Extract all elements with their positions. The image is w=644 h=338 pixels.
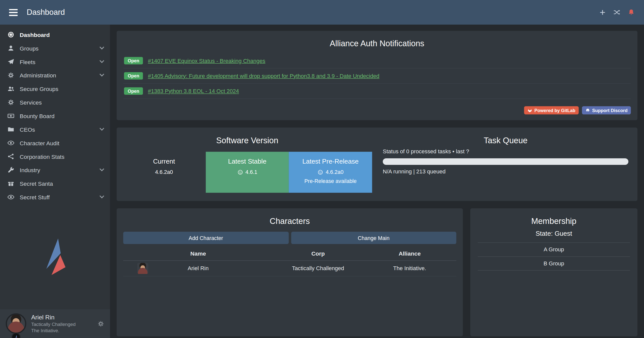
discord-badge-label: Support Discord xyxy=(592,108,628,113)
task-queue-counts: N/A running | 213 queued xyxy=(383,169,628,175)
sidebar-item-services[interactable]: Services xyxy=(0,95,110,109)
sidebar-item-label: Services xyxy=(20,99,103,106)
gitlab-badge-label: Powered by GitLab xyxy=(535,108,576,113)
sidebar-item-administration[interactable]: Administration xyxy=(0,69,110,82)
membership-panel: Membership State: Guest A GroupB Group xyxy=(470,208,637,336)
money-icon xyxy=(7,112,14,119)
version-table: Current 4.6.2a0 Latest Stable 4.6.1 xyxy=(122,152,372,193)
user-alliance: The Initiative. xyxy=(31,328,75,334)
group-row-b-group: B Group xyxy=(478,257,630,271)
gitlab-badge[interactable]: Powered by GitLab xyxy=(524,106,579,115)
notification-link[interactable]: #1405 Advisory: Future development will … xyxy=(148,73,380,79)
folder-icon xyxy=(7,126,14,133)
gitlab-icon xyxy=(527,108,533,113)
bell-icon[interactable] xyxy=(628,9,635,16)
sidebar-item-label: Corporation Stats xyxy=(20,153,103,160)
notification-link[interactable]: #1383 Python 3.8 EOL - 14 Oct 2024 xyxy=(148,88,239,94)
status-badge: Open xyxy=(124,72,143,79)
sidebar-item-label: Bounty Board xyxy=(20,113,103,119)
version-cell-stable: Latest Stable 4.6.1 xyxy=(206,152,289,193)
version-cell-note: Pre-Release available xyxy=(292,178,369,184)
notification-link[interactable]: #1407 EVE Equinox Status - Breaking Chan… xyxy=(148,58,266,64)
column-name: Name xyxy=(123,250,273,257)
sidebar-item-character-audit[interactable]: Character Audit xyxy=(0,136,110,150)
character-row: Ariel Rin Tactically Challenged The Init… xyxy=(123,261,457,276)
bottom-row: Characters Add Character Change Main Nam… xyxy=(117,208,637,336)
eye-icon xyxy=(7,139,14,147)
gift-icon xyxy=(7,180,14,187)
task-queue-title: Task Queue xyxy=(383,136,628,145)
allianceauth-owl-icon xyxy=(237,169,243,175)
add-icon[interactable]: + xyxy=(599,9,606,16)
status-badge: Open xyxy=(124,57,143,64)
task-queue-section: Task Queue Status of 0 processed tasks •… xyxy=(377,128,637,201)
sidebar-menu: Dashboard Groups Fleets Administration S… xyxy=(0,28,110,204)
sidebar-item-label: Industry xyxy=(20,167,100,173)
sidebar-item-fleets[interactable]: Fleets xyxy=(0,55,110,69)
discord-icon xyxy=(585,108,590,113)
version-cell-title: Latest Pre-Release xyxy=(292,158,369,165)
navbar-actions: + xyxy=(599,9,635,16)
notification-row: Open #1405 Advisory: Future development … xyxy=(123,69,631,84)
change-main-button[interactable]: Change Main xyxy=(291,232,456,244)
membership-state: State: Guest xyxy=(477,230,631,237)
sidebar-item-corporation-stats[interactable]: Corporation Stats xyxy=(0,150,110,163)
share-icon xyxy=(7,153,14,160)
user-panel: Ariel Rin Tactically Challenged The Init… xyxy=(0,309,110,338)
notifications-panel: Alliance Auth Notifications Open #1407 E… xyxy=(117,31,637,120)
status-panel: Software Version Current 4.6.2a0 Latest … xyxy=(117,128,637,201)
membership-title: Membership xyxy=(477,217,631,226)
sidebar-item-groups[interactable]: Groups xyxy=(0,41,110,55)
chevron-down-icon xyxy=(100,194,104,198)
sidebar-item-label: Administration xyxy=(20,72,100,78)
task-queue-status: Status of 0 processed tasks • last ? xyxy=(383,149,628,155)
page-title: Dashboard xyxy=(27,8,65,17)
top-navbar: Dashboard + xyxy=(0,0,644,25)
alliance-logo xyxy=(33,235,77,278)
software-version-title: Software Version xyxy=(122,136,372,145)
character-portrait xyxy=(137,263,148,274)
menu-icon[interactable] xyxy=(9,9,18,16)
discord-badge[interactable]: Support Discord xyxy=(582,106,631,115)
user-corp: Tactically Challenged xyxy=(31,321,75,327)
sidebar-item-industry[interactable]: Industry xyxy=(0,163,110,177)
sidebar-item-label: Secure Groups xyxy=(20,85,103,92)
sidebar-item-label: CEOs xyxy=(20,126,100,133)
sidebar-item-secure-groups[interactable]: Secure Groups xyxy=(0,82,110,95)
characters-title: Characters xyxy=(123,217,457,226)
sidebar-item-dashboard[interactable]: Dashboard xyxy=(0,28,110,41)
chevron-down-icon xyxy=(100,58,104,63)
version-cell-current: Current 4.6.2a0 xyxy=(122,152,206,193)
chevron-down-icon xyxy=(100,126,104,131)
app-window: Dashboard + Dashboard xyxy=(0,0,644,338)
user-name: Ariel Rin xyxy=(31,313,75,321)
sidebar-item-bounty-board[interactable]: Bounty Board xyxy=(0,109,110,123)
characters-actions: Add Character Change Main xyxy=(123,232,457,244)
sidebar-item-ceos[interactable]: CEOs xyxy=(0,123,110,136)
sidebar-item-label: Dashboard xyxy=(20,31,103,38)
sidebar-item-label: Fleets xyxy=(20,59,100,65)
sidebar-item-secret-santa[interactable]: Secret Santa xyxy=(0,177,110,190)
notifications-list: Open #1407 EVE Equinox Status - Breaking… xyxy=(123,53,631,99)
character-alliance: The Initiative. xyxy=(363,265,457,271)
notification-row: Open #1383 Python 3.8 EOL - 14 Oct 2024 xyxy=(123,84,631,99)
sidebar-item-secret-stuff[interactable]: Secret Stuff xyxy=(0,190,110,204)
column-alliance: Alliance xyxy=(363,250,457,257)
software-version-section: Software Version Current 4.6.2a0 Latest … xyxy=(117,128,377,201)
notification-row: Open #1407 EVE Equinox Status - Breaking… xyxy=(123,53,631,68)
shuffle-icon[interactable] xyxy=(613,9,621,16)
characters-table-header: Name Corp Alliance xyxy=(123,247,457,261)
user-icon xyxy=(7,45,14,52)
chevron-down-icon xyxy=(100,167,104,171)
settings-gear-icon[interactable] xyxy=(97,320,104,327)
sidebar: Dashboard Groups Fleets Administration S… xyxy=(0,25,110,338)
add-character-button[interactable]: Add Character xyxy=(123,232,289,244)
gear-icon xyxy=(7,99,14,106)
chevron-down-icon xyxy=(100,72,104,76)
characters-table-body: Ariel Rin Tactically Challenged The Init… xyxy=(123,261,457,276)
group-row-a-group: A Group xyxy=(478,243,630,257)
version-cell-prerelease: Latest Pre-Release 4.6.2a0 Pre-Release a… xyxy=(289,152,372,193)
user-meta: Ariel Rin Tactically Challenged The Init… xyxy=(31,313,75,334)
version-cell-value: 4.6.2a0 xyxy=(155,169,173,175)
characters-panel: Characters Add Character Change Main Nam… xyxy=(117,208,463,336)
